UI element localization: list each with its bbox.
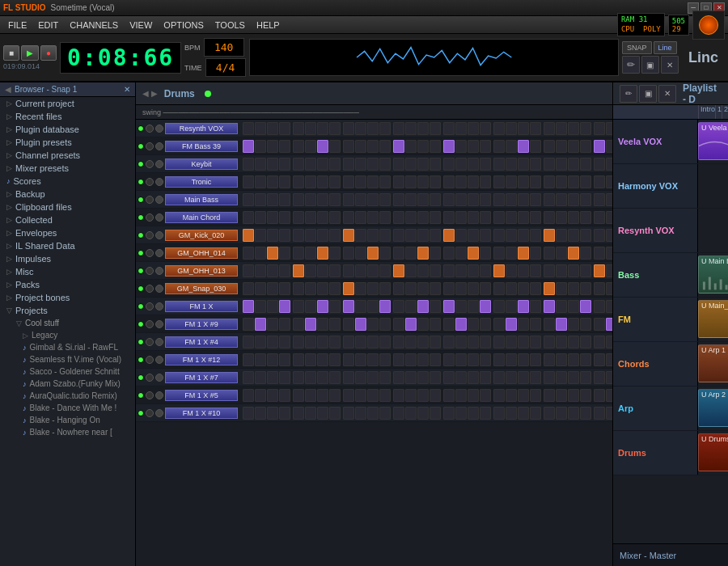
step-button[interactable] (443, 264, 455, 277)
step-button[interactable] (379, 318, 391, 331)
step-button[interactable] (355, 122, 366, 135)
step-button[interactable] (430, 282, 441, 295)
step-button[interactable] (255, 229, 266, 242)
step-button[interactable] (417, 158, 429, 171)
channel-mute2[interactable] (155, 231, 163, 239)
step-button[interactable] (279, 353, 290, 366)
step-button[interactable] (329, 122, 341, 135)
step-button[interactable] (343, 353, 354, 366)
step-button[interactable] (379, 229, 391, 242)
step-button[interactable] (443, 122, 455, 135)
step-button[interactable] (305, 211, 316, 224)
step-button[interactable] (480, 300, 491, 313)
channel-led[interactable] (138, 250, 144, 256)
step-button[interactable] (455, 264, 467, 277)
step-button[interactable] (468, 318, 479, 331)
step-button[interactable] (393, 336, 404, 348)
time-sig-display[interactable]: 4/4 (205, 58, 246, 77)
step-button[interactable] (468, 140, 479, 153)
step-button[interactable] (317, 229, 328, 242)
step-button[interactable] (506, 175, 517, 188)
menu-view[interactable]: VIEW (125, 19, 157, 32)
step-button[interactable] (568, 247, 579, 260)
step-button[interactable] (317, 282, 328, 295)
step-button[interactable] (293, 318, 304, 331)
step-button[interactable] (393, 175, 404, 188)
step-button[interactable] (367, 389, 379, 402)
step-button[interactable] (393, 122, 404, 135)
step-button[interactable] (393, 300, 404, 313)
step-button[interactable] (417, 140, 429, 153)
step-button[interactable] (343, 389, 354, 402)
step-button[interactable] (255, 158, 266, 171)
step-button[interactable] (518, 371, 529, 384)
step-button[interactable] (468, 300, 479, 313)
step-button[interactable] (393, 282, 404, 295)
step-button[interactable] (468, 336, 479, 348)
bpm-display[interactable]: 140 (204, 38, 244, 57)
step-button[interactable] (480, 122, 491, 135)
channel-mute[interactable] (146, 391, 154, 399)
channel-mute2[interactable] (155, 391, 163, 399)
track-content-fm[interactable]: U Main_rd #2 U Main_rd #2 U Main (698, 298, 728, 341)
step-button[interactable] (568, 158, 579, 171)
step-button[interactable] (317, 140, 328, 153)
channel-name-button[interactable]: GM_Snap_030 (165, 283, 238, 294)
step-button[interactable] (243, 282, 254, 295)
step-button[interactable] (305, 247, 316, 260)
step-button[interactable] (506, 229, 517, 242)
step-button[interactable] (430, 318, 441, 331)
step-button[interactable] (468, 193, 479, 206)
step-button[interactable] (518, 264, 529, 277)
step-button[interactable] (544, 140, 555, 153)
step-button[interactable] (393, 264, 404, 277)
menu-channels[interactable]: CHANNELS (65, 19, 123, 32)
step-button[interactable] (518, 353, 529, 366)
step-button[interactable] (468, 407, 479, 420)
step-button[interactable] (430, 389, 441, 402)
step-button[interactable] (556, 282, 567, 295)
step-button[interactable] (293, 211, 304, 224)
sidebar-item-blake-hang[interactable]: ♪ Blake - Hanging On (0, 414, 135, 426)
step-button[interactable] (544, 353, 555, 366)
step-button[interactable] (393, 140, 404, 153)
step-button[interactable] (405, 211, 417, 224)
step-button[interactable] (279, 318, 290, 331)
step-button[interactable] (343, 229, 354, 242)
step-button[interactable] (367, 282, 379, 295)
sidebar-item-plugin-presets[interactable]: ▷ Plugin presets (0, 136, 135, 149)
step-button[interactable] (355, 336, 366, 348)
step-button[interactable] (443, 140, 455, 153)
step-button[interactable] (580, 211, 591, 224)
step-button[interactable] (530, 247, 541, 260)
channel-led[interactable] (138, 321, 144, 327)
step-button[interactable] (405, 389, 417, 402)
channel-mute2[interactable] (155, 338, 163, 346)
step-button[interactable] (606, 211, 612, 224)
sidebar-item-current-project[interactable]: ▷ Current project (0, 97, 135, 110)
step-button[interactable] (329, 140, 341, 153)
step-button[interactable] (367, 122, 379, 135)
step-button[interactable] (329, 371, 341, 384)
clip-arp-1[interactable]: U Arp 2 (698, 389, 728, 427)
step-button[interactable] (493, 318, 505, 331)
step-button[interactable] (443, 282, 455, 295)
step-button[interactable] (317, 300, 328, 313)
step-button[interactable] (556, 353, 567, 366)
step-button[interactable] (544, 247, 555, 260)
step-button[interactable] (367, 264, 379, 277)
step-button[interactable] (480, 193, 491, 206)
sidebar-item-blake-nowhere[interactable]: ♪ Blake - Nowhere near [ (0, 426, 135, 438)
step-button[interactable] (580, 158, 591, 171)
sidebar-item-collected[interactable]: ▷ Collected (0, 213, 135, 226)
channel-mute[interactable] (146, 160, 154, 168)
step-button[interactable] (518, 247, 529, 260)
step-button[interactable] (417, 407, 429, 420)
step-button[interactable] (580, 193, 591, 206)
step-button[interactable] (606, 140, 612, 153)
step-button[interactable] (594, 193, 605, 206)
step-button[interactable] (594, 371, 605, 384)
channel-led[interactable] (138, 143, 144, 150)
step-button[interactable] (355, 211, 366, 224)
step-button[interactable] (343, 211, 354, 224)
